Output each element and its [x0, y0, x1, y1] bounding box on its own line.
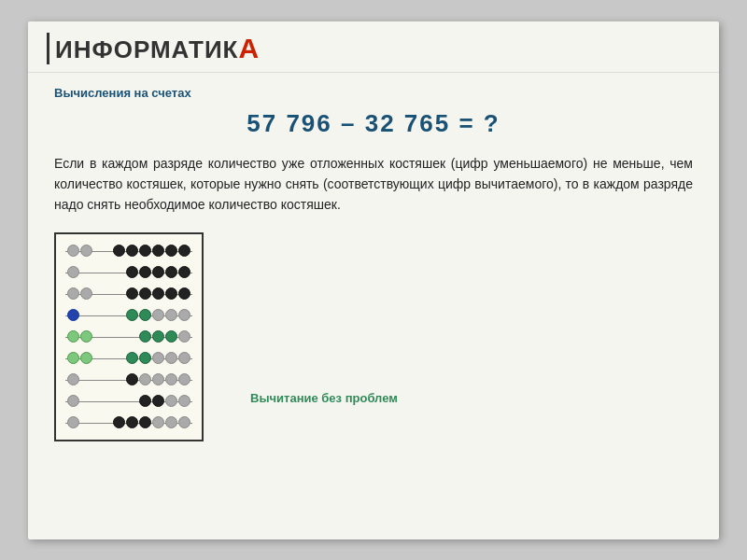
bead — [139, 245, 151, 257]
bead — [67, 287, 79, 300]
bead — [67, 395, 79, 407]
bead — [152, 395, 164, 407]
bead — [139, 287, 151, 300]
beads-right — [113, 245, 190, 257]
bead — [152, 245, 164, 257]
bead — [80, 330, 92, 343]
description: Если в каждом разряде количество уже отл… — [54, 153, 693, 216]
beads-left — [67, 287, 92, 300]
bead — [67, 266, 79, 278]
beads-right — [113, 416, 190, 428]
header: ИНФОРМАТИКА — [28, 21, 719, 73]
bead — [80, 287, 92, 300]
bead — [165, 395, 177, 407]
bead — [139, 309, 151, 321]
beads-right — [139, 395, 190, 407]
bead — [126, 352, 138, 364]
beads-right — [126, 373, 190, 385]
beads-left — [67, 266, 79, 278]
bead — [139, 373, 151, 385]
slide: ИНФОРМАТИКА Вычисления на счетах 57 796 … — [28, 21, 719, 539]
bead — [178, 352, 190, 364]
abacus-row — [65, 327, 192, 347]
bead — [152, 373, 164, 385]
bead — [165, 330, 177, 343]
bead — [178, 416, 190, 428]
bead — [67, 245, 79, 257]
bead — [178, 309, 190, 321]
bead — [178, 330, 190, 343]
bead — [80, 245, 92, 257]
abacus-row — [65, 413, 192, 433]
bead — [178, 266, 190, 278]
bead — [165, 266, 177, 278]
bead — [126, 373, 138, 385]
bead — [139, 330, 151, 343]
abacus-row — [65, 305, 192, 326]
beads-left — [67, 416, 79, 428]
beads-left — [67, 245, 92, 257]
bead — [165, 245, 177, 257]
bead — [178, 245, 190, 257]
bead — [126, 266, 138, 278]
bead — [67, 352, 79, 364]
bead — [152, 266, 164, 278]
bead — [113, 416, 125, 428]
bead — [165, 287, 177, 300]
bead — [80, 352, 92, 364]
bead — [165, 352, 177, 364]
abacus-row — [65, 391, 192, 412]
caption: Вычитание без проблем — [250, 391, 398, 405]
bead — [139, 395, 151, 407]
bead — [67, 373, 79, 385]
section-title: Вычисления на счетах — [54, 86, 693, 100]
abacus — [54, 232, 204, 441]
bead — [139, 266, 151, 278]
content: Вычисления на счетах 57 796 – 32 765 = ?… — [28, 73, 719, 455]
beads-left — [67, 373, 79, 385]
beads-right — [126, 266, 190, 278]
bead — [178, 395, 190, 407]
abacus-row — [65, 348, 192, 369]
beads-right — [126, 309, 190, 321]
beads-right — [126, 287, 190, 300]
main-area: Вычитание без проблем — [54, 232, 693, 441]
bead — [152, 352, 164, 364]
logo-a: А — [238, 33, 260, 63]
beads-right — [139, 330, 190, 343]
bead — [178, 287, 190, 300]
abacus-container — [54, 232, 204, 441]
bead — [165, 416, 177, 428]
beads-left — [67, 330, 92, 343]
logo: ИНФОРМАТИКА — [47, 33, 260, 64]
bead — [165, 373, 177, 385]
beads-left — [67, 395, 79, 407]
abacus-row — [65, 262, 192, 283]
bead — [67, 330, 79, 343]
bead — [152, 309, 164, 321]
beads-right — [126, 352, 190, 364]
bead — [139, 352, 151, 364]
bead — [67, 309, 79, 321]
equation: 57 796 – 32 765 = ? — [54, 109, 693, 138]
bead — [152, 330, 164, 343]
bead — [152, 416, 164, 428]
abacus-row — [65, 284, 192, 304]
bead — [178, 373, 190, 385]
bead — [126, 287, 138, 300]
bead — [67, 416, 79, 428]
abacus-row — [65, 241, 192, 261]
bead — [126, 245, 138, 257]
bead — [113, 245, 125, 257]
bead — [152, 287, 164, 300]
beads-left — [67, 309, 79, 321]
bead — [126, 309, 138, 321]
right-panel: Вычитание без проблем — [222, 232, 398, 405]
beads-left — [67, 352, 92, 364]
abacus-row — [65, 370, 192, 390]
logo-text: ИНФОРМАТИК — [55, 35, 238, 63]
bead — [139, 416, 151, 428]
bead — [165, 309, 177, 321]
bead — [126, 416, 138, 428]
